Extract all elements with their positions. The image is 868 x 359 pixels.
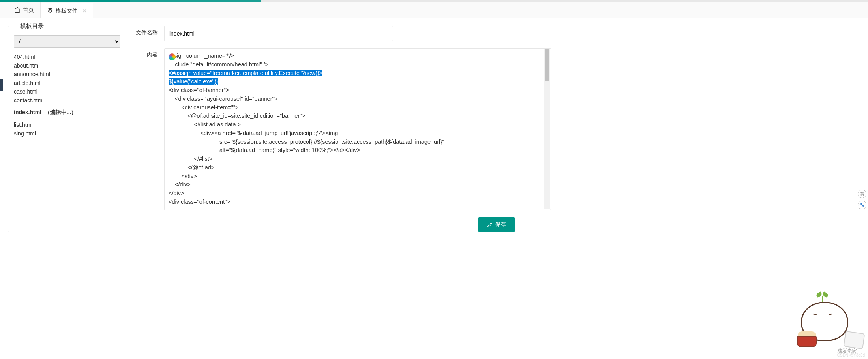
filename-row: 文件名称 <box>133 26 860 41</box>
pencil-icon <box>487 222 493 227</box>
code-line: </#list> <box>169 155 547 164</box>
file-item[interactable]: about.html <box>14 61 120 70</box>
file-item-editing[interactable]: index.html （编辑中...） <box>14 108 120 117</box>
file-item[interactable]: article.html <box>14 79 120 87</box>
code-line: clude "default/common/head.html" /> <box>175 61 268 68</box>
template-dir-panel: 模板目录 / 404.html about.html announce.html… <box>8 26 126 232</box>
code-line: <@of.ad site_id=site.site_id edition="ba… <box>169 112 547 120</box>
file-item[interactable]: 404.html <box>14 53 120 61</box>
code-line: alt="${data.ad_name}" style="width: 100%… <box>169 146 547 155</box>
file-item[interactable]: announce.html <box>14 70 120 79</box>
code-line: src="${session.site.access_protocol}://$… <box>169 138 547 147</box>
tab-template-label: 模板文件 <box>56 8 78 15</box>
content-row: 内容 sign column_name='/'/> <#clude "defau… <box>133 48 860 210</box>
code-line: <div><a href="${data.ad_jump_url!'javasc… <box>169 129 547 138</box>
panel-legend: 模板目录 <box>16 23 48 30</box>
close-icon[interactable]: ✕ <box>82 8 86 14</box>
color-wheel-icon <box>169 53 176 60</box>
main-content: 模板目录 / 404.html about.html announce.html… <box>0 18 868 240</box>
filename-input[interactable] <box>164 26 393 41</box>
code-line: <#list ad as data > <box>169 120 547 129</box>
code-line: </div> <box>169 172 547 181</box>
filename-label: 文件名称 <box>133 26 164 36</box>
code-line: <div class="of-banner"> <box>169 86 547 95</box>
save-button[interactable]: 保存 <box>478 217 515 232</box>
file-list: 404.html about.html announce.html articl… <box>14 53 120 138</box>
code-line: <div class="of-content"> <box>169 198 547 207</box>
stack-icon <box>47 7 53 15</box>
content-editor[interactable]: sign column_name='/'/> <#clude "default/… <box>164 48 551 210</box>
code-highlight: ${value("calc.exe")} <box>169 78 218 85</box>
code-line: </@of.ad> <box>169 164 547 172</box>
scrollbar-thumb[interactable] <box>545 49 549 81</box>
editing-suffix: （编辑中...） <box>45 109 77 115</box>
side-badges: 英 🐾 <box>858 190 866 209</box>
badge-paw[interactable]: 🐾 <box>858 201 866 209</box>
directory-select[interactable]: / <box>14 35 120 48</box>
tab-home-label: 首页 <box>23 7 34 14</box>
code-line: </div> <box>169 189 547 198</box>
editor-area: 文件名称 内容 sign column_name='/'/> <#clude "… <box>133 26 860 232</box>
file-item[interactable]: case.html <box>14 87 120 96</box>
tab-home[interactable]: 首页 <box>8 2 41 18</box>
file-item[interactable]: contact.html <box>14 96 120 105</box>
badge-lang[interactable]: 英 <box>858 190 866 198</box>
code-line: <div carousel-item=""> <box>169 103 547 112</box>
file-item[interactable]: sing.html <box>14 129 120 138</box>
code-highlight: <#assign value="freemarker.template.util… <box>169 70 322 76</box>
editing-file-name: index.html <box>14 109 41 115</box>
code-line: sign column_name='/'/> <box>174 53 234 59</box>
tab-template-files[interactable]: 模板文件 ✕ <box>41 3 93 18</box>
home-icon <box>14 6 21 14</box>
left-accent-strip <box>0 79 3 91</box>
code-line: <div class="layui-carousel" id="banner"> <box>169 95 547 103</box>
content-label: 内容 <box>133 48 164 58</box>
save-button-label: 保存 <box>495 221 506 228</box>
scrollbar[interactable] <box>544 49 550 209</box>
button-row: 保存 <box>133 217 860 232</box>
file-item[interactable]: list.html <box>14 120 120 129</box>
code-line: </div> <box>169 180 547 189</box>
tab-bar: 首页 模板文件 ✕ <box>0 2 868 18</box>
